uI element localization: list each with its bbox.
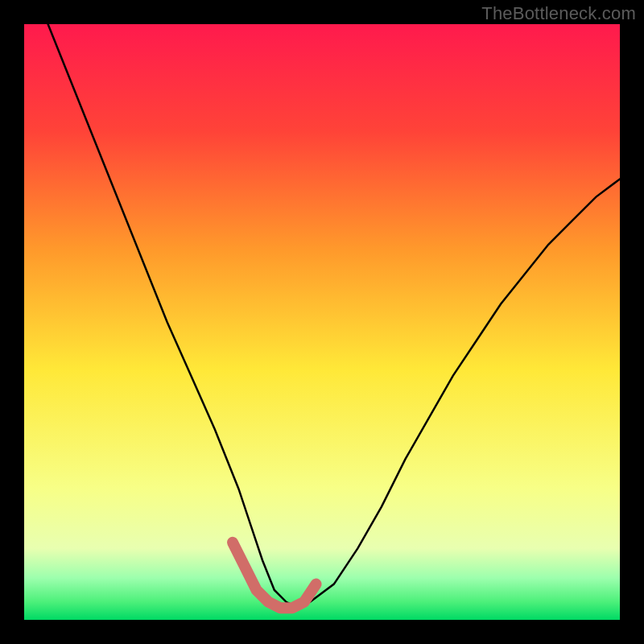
- chart-frame: TheBottleneck.com: [0, 0, 644, 644]
- watermark-text: TheBottleneck.com: [481, 3, 636, 24]
- chart-svg: [24, 24, 620, 620]
- gradient-background: [24, 24, 620, 620]
- plot-area: [24, 24, 620, 620]
